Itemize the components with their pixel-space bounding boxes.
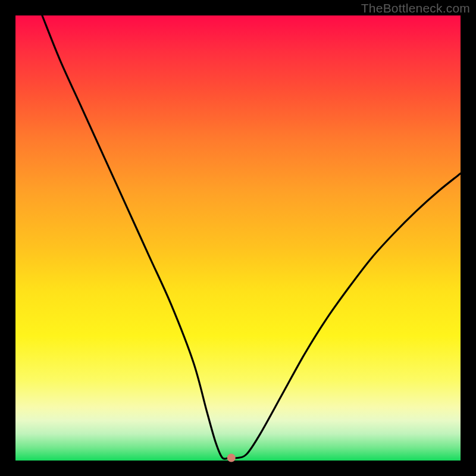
watermark-text: TheBottleneck.com: [361, 1, 470, 15]
curve-layer: [15, 15, 461, 461]
bottleneck-curve: [42, 15, 461, 459]
plot-area: [15, 15, 461, 461]
chart-frame: TheBottleneck.com: [0, 0, 476, 476]
optimum-marker: [227, 454, 236, 462]
